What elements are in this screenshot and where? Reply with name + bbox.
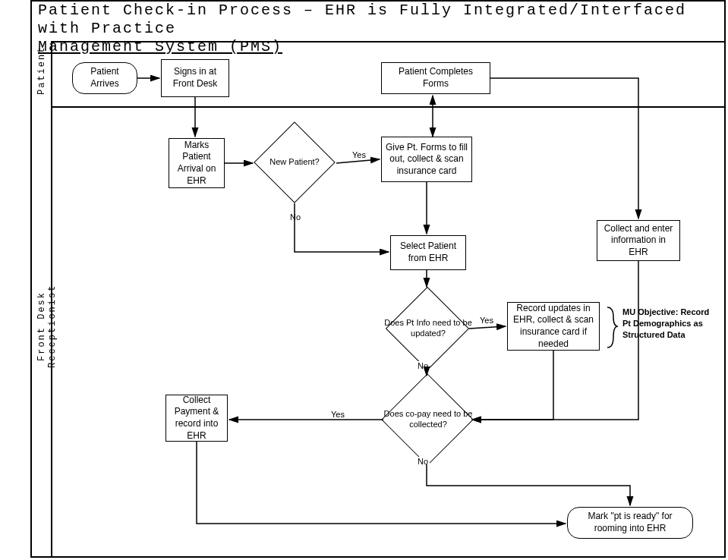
diagram-title: Patient Check-in Process – EHR is Fully … xyxy=(38,2,721,38)
lane-label-patient: Patient xyxy=(36,61,47,95)
label-no-new-patient: No xyxy=(288,212,302,222)
lane-label-fdr: Front Desk Receptionist xyxy=(36,273,58,379)
lane-separator xyxy=(52,106,726,108)
title-line-2: Management System (PMS) xyxy=(38,38,282,55)
label-yes-new-patient: Yes xyxy=(351,150,367,159)
node-completes-forms: Patient Completes Forms xyxy=(381,62,490,94)
node-mark-ready: Mark "pt is ready" for rooming into EHR xyxy=(567,507,693,539)
note-mu-objective: MU Objective: Record Pt Demographics as … xyxy=(622,307,712,341)
node-collect-payment: Collect Payment & record into EHR xyxy=(165,395,228,442)
node-signs-in: Signs in at Front Desk xyxy=(161,59,229,97)
diagram-canvas: Patient Check-in Process – EHR is Fully … xyxy=(0,0,728,560)
node-give-forms: Give Pt. Forms to fill out, collect & sc… xyxy=(381,137,472,182)
node-collect-enter: Collect and enter information in EHR xyxy=(597,220,680,261)
label-yes-need-update: Yes xyxy=(478,316,495,325)
node-select-patient: Select Patient from EHR xyxy=(390,235,466,270)
label-no-copay: No xyxy=(416,457,430,466)
label-no-need-update: No xyxy=(416,361,430,370)
title-line-1: Patient Check-in Process – EHR is Fully … xyxy=(38,2,686,37)
node-marks-arrival: Marks Patient Arrival on EHR xyxy=(169,138,225,188)
label-yes-copay: Yes xyxy=(329,410,346,419)
node-record-updates: Record updates in EHR, collect & scan in… xyxy=(507,302,600,351)
node-patient-arrives: Patient Arrives xyxy=(72,62,137,94)
